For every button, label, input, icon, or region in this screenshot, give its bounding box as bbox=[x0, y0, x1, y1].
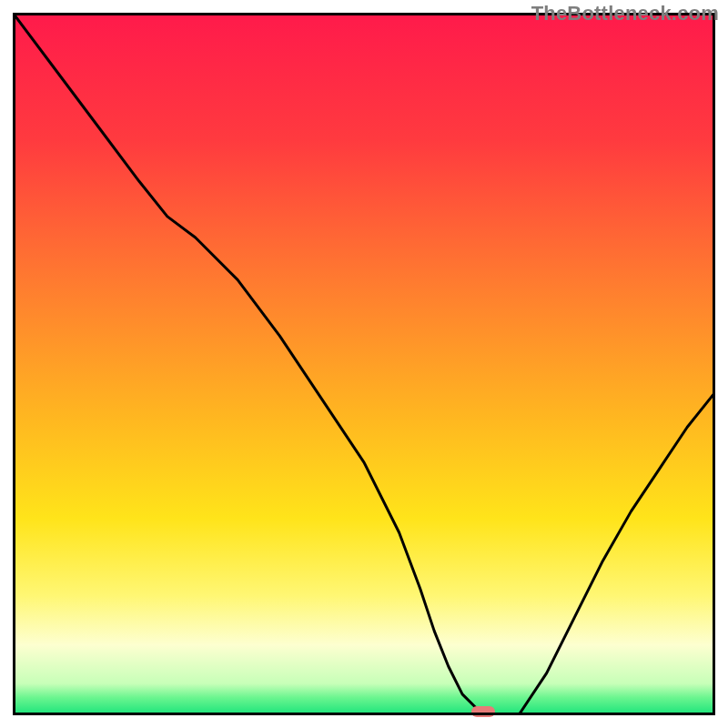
watermark-text: TheBottleneck.com bbox=[531, 2, 719, 25]
bottleneck-curve bbox=[13, 13, 715, 715]
bottleneck-chart: TheBottleneck.com bbox=[0, 0, 728, 728]
plot-area bbox=[13, 13, 715, 715]
optimal-point-marker bbox=[471, 706, 495, 717]
